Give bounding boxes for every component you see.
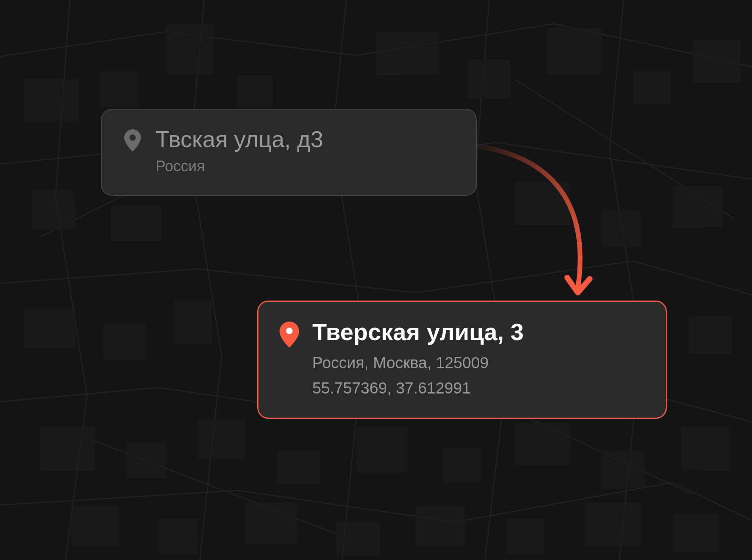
query-subtitle: Россия: [156, 157, 323, 176]
svg-point-35: [129, 134, 136, 141]
query-text-block: Твская улца, д3 Россия: [156, 126, 323, 176]
pin-icon-red: [278, 318, 300, 348]
query-title: Твская улца, д3: [156, 126, 323, 153]
content-layer: Твская улца, д3 Россия Твер: [0, 0, 752, 560]
result-address-region: Россия, Москва, 125009: [312, 352, 524, 373]
pin-icon-gray: [122, 126, 144, 151]
geocode-result-card[interactable]: Тверская улица, 3 Россия, Москва, 125009…: [257, 301, 667, 419]
search-query-card[interactable]: Твская улца, д3 Россия: [101, 109, 477, 196]
result-text-block: Тверская улица, 3 Россия, Москва, 125009…: [312, 318, 524, 399]
result-address-title: Тверская улица, 3: [312, 318, 524, 346]
arrow-connector: [471, 131, 606, 305]
svg-point-36: [286, 327, 293, 334]
result-coordinates: 55.757369, 37.612991: [312, 377, 524, 399]
